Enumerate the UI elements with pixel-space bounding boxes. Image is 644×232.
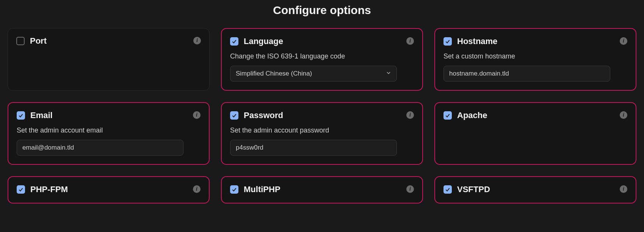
hostname-input[interactable] (443, 66, 610, 82)
checkbox-vsftpd[interactable] (443, 185, 452, 194)
card-email-desc: Set the admin account email (17, 126, 201, 134)
card-hostname[interactable]: Hostname i Set a custom hostname (434, 28, 636, 91)
card-hostname-desc: Set a custom hostname (443, 52, 627, 60)
card-language-desc: Change the ISO 639-1 language code (230, 52, 414, 60)
card-email[interactable]: Email i Set the admin account email (8, 102, 210, 165)
card-password-title: Password (244, 110, 283, 120)
info-icon[interactable]: i (193, 185, 201, 193)
card-email-title: Email (30, 110, 53, 120)
checkbox-email[interactable] (17, 111, 25, 120)
card-vsftpd[interactable]: VSFTPD i (434, 176, 636, 204)
card-apache[interactable]: Apache i (434, 102, 636, 165)
card-port-title: Port (30, 36, 47, 46)
info-icon[interactable]: i (620, 37, 627, 45)
info-icon[interactable]: i (406, 111, 414, 119)
checkbox-port[interactable] (16, 37, 25, 45)
card-phpfpm[interactable]: PHP-FPM i (8, 176, 210, 204)
card-multiphp[interactable]: MultiPHP i (221, 176, 423, 204)
checkbox-hostname[interactable] (443, 37, 452, 46)
info-icon[interactable]: i (620, 185, 627, 193)
card-hostname-title: Hostname (457, 36, 497, 46)
page-title: Configure options (8, 4, 636, 17)
info-icon[interactable]: i (193, 111, 201, 119)
checkbox-apache[interactable] (443, 111, 452, 120)
checkbox-phpfpm[interactable] (17, 185, 25, 194)
card-language-title: Language (244, 36, 283, 46)
card-phpfpm-title: PHP-FPM (30, 185, 68, 194)
language-select[interactable]: Simplified Chinese (China) (230, 66, 397, 82)
checkbox-language[interactable] (230, 37, 238, 46)
password-input[interactable] (230, 140, 397, 156)
info-icon[interactable]: i (406, 37, 414, 45)
info-icon[interactable]: i (406, 185, 414, 193)
card-password[interactable]: Password i Set the admin account passwor… (221, 102, 423, 165)
email-input[interactable] (17, 140, 183, 156)
info-icon[interactable]: i (620, 111, 627, 119)
checkbox-password[interactable] (230, 111, 238, 120)
info-icon[interactable]: i (193, 37, 201, 44)
card-language[interactable]: Language i Change the ISO 639-1 language… (221, 28, 423, 91)
card-port[interactable]: Port i (8, 28, 210, 91)
card-multiphp-title: MultiPHP (244, 185, 280, 194)
card-vsftpd-title: VSFTPD (457, 185, 490, 194)
checkbox-multiphp[interactable] (230, 185, 238, 194)
card-apache-title: Apache (457, 110, 487, 120)
card-password-desc: Set the admin account password (230, 126, 414, 134)
